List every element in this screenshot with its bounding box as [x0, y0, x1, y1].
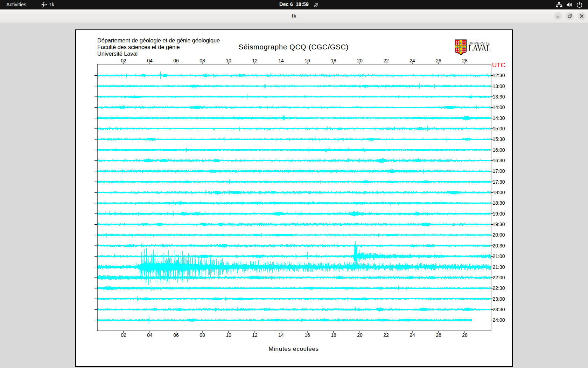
- svg-text:08: 08: [200, 58, 205, 63]
- svg-text:04: 04: [147, 58, 153, 63]
- svg-text:23:30: 23:30: [493, 307, 505, 312]
- svg-text:UTC: UTC: [492, 61, 505, 69]
- svg-text:20: 20: [357, 332, 363, 338]
- svg-text:15:00: 15:00: [493, 126, 505, 131]
- svg-text:14: 14: [278, 58, 284, 63]
- svg-text:14:00: 14:00: [493, 104, 505, 110]
- svg-text:26: 26: [436, 332, 441, 338]
- svg-text:14:30: 14:30: [493, 115, 505, 121]
- svg-text:20: 20: [357, 58, 363, 63]
- svg-text:Séismographe QCQ (CGC/GSC): Séismographe QCQ (CGC/GSC): [239, 43, 349, 51]
- svg-text:15:30: 15:30: [493, 136, 505, 142]
- svg-text:LAVAL: LAVAL: [469, 43, 491, 53]
- svg-text:Faculté des sciences et de gén: Faculté des sciences et de génie: [97, 44, 180, 50]
- svg-text:28: 28: [462, 332, 468, 338]
- svg-text:18:00: 18:00: [493, 190, 505, 195]
- svg-text:18: 18: [331, 332, 336, 338]
- svg-text:19:00: 19:00: [493, 211, 505, 217]
- svg-text:22:00: 22:00: [493, 275, 505, 280]
- svg-text:Université Laval: Université Laval: [97, 50, 138, 57]
- svg-text:17:30: 17:30: [493, 179, 505, 185]
- svg-text:21:30: 21:30: [493, 264, 505, 270]
- svg-text:04: 04: [147, 332, 153, 338]
- svg-text:16: 16: [304, 332, 310, 338]
- svg-text:10: 10: [226, 58, 231, 63]
- svg-text:23:00: 23:00: [493, 296, 505, 302]
- svg-text:06: 06: [173, 58, 179, 63]
- svg-text:20:30: 20:30: [493, 243, 505, 248]
- svg-text:22: 22: [383, 58, 389, 63]
- svg-text:22: 22: [383, 332, 389, 338]
- svg-text:12: 12: [252, 58, 258, 63]
- svg-text:21:00: 21:00: [493, 253, 505, 259]
- svg-text:24: 24: [410, 332, 415, 338]
- svg-text:16: 16: [304, 58, 310, 63]
- svg-text:02: 02: [121, 58, 126, 63]
- svg-text:24:00: 24:00: [493, 317, 505, 323]
- svg-text:08: 08: [200, 332, 205, 338]
- svg-text:18: 18: [331, 58, 336, 63]
- svg-text:16:30: 16:30: [493, 158, 505, 163]
- svg-text:12: 12: [252, 332, 258, 338]
- svg-text:22:30: 22:30: [493, 285, 505, 291]
- svg-text:17:00: 17:00: [493, 168, 505, 174]
- svg-text:13:30: 13:30: [493, 94, 505, 100]
- svg-text:06: 06: [173, 332, 179, 338]
- svg-text:Département de géologie et de: Département de géologie et de génie géol…: [97, 37, 220, 43]
- svg-text:02: 02: [121, 332, 126, 338]
- svg-text:19:30: 19:30: [493, 222, 505, 227]
- svg-text:14: 14: [278, 332, 284, 338]
- svg-text:18:30: 18:30: [493, 200, 505, 206]
- svg-text:12:30: 12:30: [493, 73, 505, 78]
- svg-text:10: 10: [226, 332, 231, 338]
- svg-text:24: 24: [410, 58, 415, 63]
- svg-text:26: 26: [436, 58, 441, 63]
- svg-text:28: 28: [462, 58, 468, 63]
- svg-text:20:00: 20:00: [493, 232, 505, 238]
- svg-text:Minutes écoulées: Minutes écoulées: [268, 346, 319, 352]
- svg-text:16:00: 16:00: [493, 147, 505, 153]
- svg-text:13:00: 13:00: [493, 83, 505, 89]
